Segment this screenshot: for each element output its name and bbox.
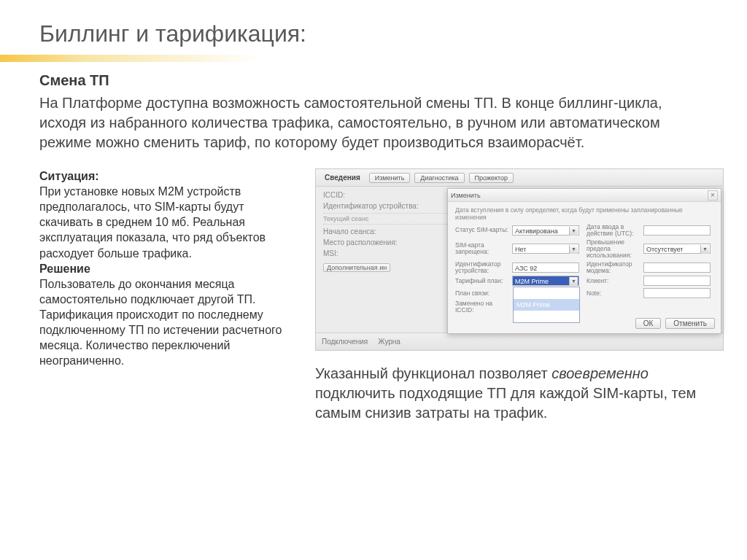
client-label: Клиент: <box>587 278 640 284</box>
effective-date-input[interactable] <box>643 225 711 236</box>
sim-status-label: Статус SIM-карты: <box>455 227 509 233</box>
usage-limit-label: Превышение предела использования: <box>587 239 640 259</box>
footnote: Указанный функционал позволяет своевреме… <box>315 364 712 423</box>
tariff-option[interactable]: M2M Prime <box>514 299 579 311</box>
close-icon[interactable]: × <box>708 190 718 201</box>
effective-date-label: Дата ввода в действие (UTC): <box>587 224 640 237</box>
situation-label: Ситуация: <box>39 168 295 184</box>
chevron-down-icon: ▼ <box>569 245 578 254</box>
cancel-button[interactable]: Отменить <box>665 318 715 329</box>
sim-status-combo[interactable]: Активирована ▼ <box>512 225 579 236</box>
sim-blocked-combo[interactable]: Нет ▼ <box>512 244 579 254</box>
dialog-note: Дата вступления в силу определяет, когда… <box>455 206 713 221</box>
edit-dialog: Изменить × Дата вступления в силу опреде… <box>447 188 721 334</box>
replaced-iccid-label: Заменено на ICCID: <box>455 300 509 314</box>
tariff-option[interactable]: 100 Mb Try&Buy <box>514 287 579 299</box>
chevron-down-icon: ▼ <box>569 277 578 286</box>
note-input[interactable] <box>643 288 711 298</box>
edit-button[interactable]: Изменить <box>369 173 411 183</box>
modem-id-label: Идентификатор модема: <box>587 261 640 274</box>
accent-bar <box>0 55 747 62</box>
dialog-title: Изменить <box>451 192 481 199</box>
subtab-journal[interactable]: Журна <box>378 338 400 346</box>
situation-text: При установке новых M2M устройств предпо… <box>39 184 295 261</box>
device-id-input[interactable]: АЗС 92 <box>512 262 579 273</box>
screenshot-mock: Сведения Изменить Диагностика Прожектор … <box>315 168 724 351</box>
ok-button[interactable]: ОК <box>635 318 662 329</box>
extra-info-button[interactable]: Дополнительная ин <box>323 263 390 272</box>
tariff-plan-combo[interactable]: M2M Prime ▼ 100 Mb Try&Buy M2M Prime SP … <box>512 276 579 286</box>
link-plan-label: План связи: <box>455 290 509 297</box>
subtab-connections[interactable]: Подключения <box>322 338 368 346</box>
usage-limit-combo[interactable]: Отсутствует ▼ <box>643 244 711 254</box>
tariff-option[interactable]: SP Linear <box>514 311 579 322</box>
intro-paragraph: На Платформе доступна возможность самост… <box>39 93 712 152</box>
chevron-down-icon: ▼ <box>569 227 578 236</box>
tab-info[interactable]: Сведения <box>320 172 365 183</box>
sim-blocked-label: SIM-карта запрещена: <box>455 242 509 255</box>
tariff-dropdown-list: 100 Mb Try&Buy M2M Prime SP Linear <box>513 287 580 323</box>
section-subtitle: Смена ТП <box>39 72 712 89</box>
client-input[interactable] <box>643 276 711 286</box>
solution-text: Пользователь до окончания месяца самосто… <box>39 276 295 369</box>
modem-id-input[interactable] <box>643 262 711 273</box>
page-title: Биллинг и тарификация: <box>39 20 712 47</box>
tariff-plan-label: Тарифный план: <box>455 278 509 284</box>
device-id-field-label: Идентификатор устройства: <box>455 261 509 274</box>
solution-label: Решение <box>39 261 295 276</box>
note-field-label: Note: <box>587 290 640 297</box>
diagnostics-button[interactable]: Диагностика <box>414 173 464 183</box>
spotlight-button[interactable]: Прожектор <box>469 173 514 183</box>
chevron-down-icon: ▼ <box>700 245 709 254</box>
